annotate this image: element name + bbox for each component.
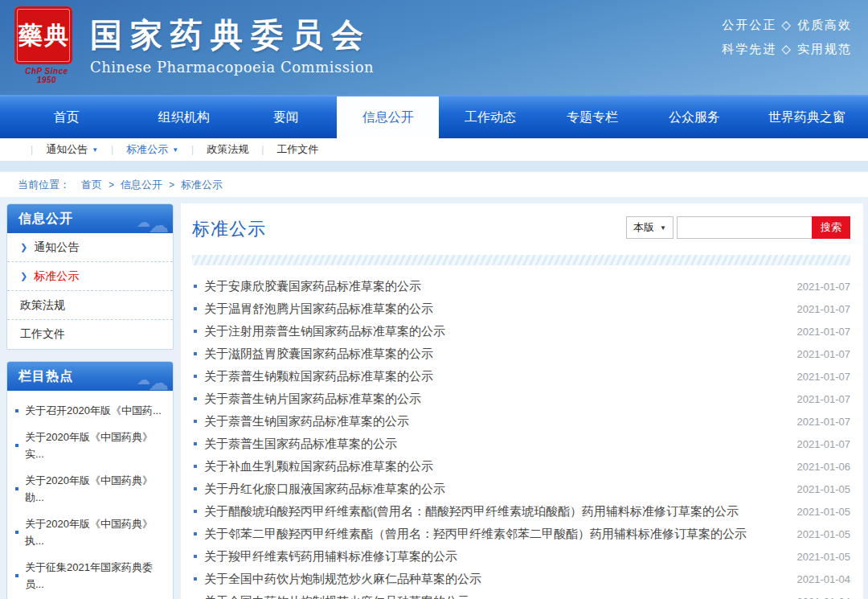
header-slogans: 公开公正 ◇ 优质高效 科学先进 ◇ 实用规范 [722,13,852,61]
subnav-separator: | [261,144,264,155]
hot-topic-item[interactable]: 关于2020年版《中国药典》实... [14,424,165,467]
hot-topic-label: 关于2020年版《中国药典》勘... [25,472,165,506]
article-link[interactable]: 关于全国中药饮片炮制规范炒火麻仁品种草案的公示 [204,572,788,587]
site-title: 国家药典委员会 [90,13,374,57]
article-link[interactable]: 关于萘普生钠片国家药品标准草案的公示 [204,392,788,407]
subnav-item[interactable]: 工作文件 [276,142,318,157]
article-date: 2021-01-05 [797,551,851,563]
sub-nav: |通知公告▼|标准公示▼|政策法规|工作文件 [0,138,868,161]
breadcrumb-items: 首页>信息公开>标准公示 [78,178,226,192]
hot-topic-item[interactable]: 关于征集2021年国家药典委员... [14,554,165,597]
info-menu-list: ❯通知公告❯标准公示政策法规工作文件 [7,233,173,349]
nav-item[interactable]: 组织机构 [133,96,235,138]
article-date: 2021-01-07 [797,371,851,383]
breadcrumb: 当前位置： 首页>信息公开>标准公示 [0,171,868,197]
content-area: 信息公开 ☁ ❯通知公告❯标准公示政策法规工作文件 栏目热点 ☁ 关于召开202… [0,197,868,599]
article-row: 关于滋阴益胃胶囊国家药品标准草案的公示2021-01-07 [192,343,850,365]
bullet-icon [194,442,197,445]
article-row: 关于补血生乳颗粒国家药品标准草案的公示2021-01-06 [192,455,850,478]
main-panel: 标准公示 本版 ▼ 搜索 关于安康欣胶囊国家药品标准草案的公示2021-01-0… [181,203,863,599]
hot-topic-label: 关于2020年版《中国药典》实... [25,429,165,462]
article-link[interactable]: 关于邻苯二甲酸羟丙甲纤维素酯（曾用名：羟丙甲纤维素邻苯二甲酸酯）药用辅料标准修订… [204,527,788,542]
nav-item[interactable]: 公众服务 [643,96,745,138]
article-link[interactable]: 关于丹红化瘀口服液国家药品标准草案的公示 [204,482,788,497]
breadcrumb-separator: > [108,179,114,191]
nav-item[interactable]: 专题专栏 [541,96,643,138]
search-category-value: 本版 [633,220,654,235]
article-link[interactable]: 关于滋阴益胃胶囊国家药品标准草案的公示 [204,347,788,362]
seal-tagline: ChP Since 1950 [14,67,79,84]
info-menu-header: 信息公开 ☁ [7,204,173,233]
article-date: 2021-01-07 [797,438,851,450]
hot-topic-label: 关于召开2020年版《中国药... [25,402,162,419]
hot-topic-label: 关于2020年版《中国药典》执... [25,515,165,549]
article-link[interactable]: 关于醋酸琥珀酸羟丙甲纤维素酯(曾用名：醋酸羟丙甲纤维素琥珀酸酯）药用辅料标准修订… [204,504,788,519]
bullet-icon [15,487,18,490]
info-menu-box: 信息公开 ☁ ❯通知公告❯标准公示政策法规工作文件 [6,203,174,350]
sidebar-menu-item[interactable]: ❯通知公告 [7,233,173,262]
subnav-item[interactable]: 政策法规 [207,142,248,157]
article-link[interactable]: 关于萘普生国家药品标准草案的公示 [204,437,788,452]
article-link[interactable]: 关于注射用萘普生钠国家药品标准草案的公示 [204,324,788,339]
bullet-icon [194,285,197,288]
breadcrumb-link[interactable]: 信息公开 [121,178,162,191]
breadcrumb-link[interactable]: 首页 [81,178,102,191]
article-row: 关于丹红化瘀口服液国家药品标准草案的公示2021-01-05 [192,478,850,500]
article-link[interactable]: 关于全国中药饮片炮制规范火麻仁品种草案的公示 [204,594,788,599]
arrow-right-icon: ❯ [20,271,27,281]
bullet-icon [194,532,197,535]
bullet-icon [15,531,18,534]
search-input[interactable] [677,216,812,239]
sidebar-menu-item[interactable]: 政策法规 [7,291,173,320]
article-date: 2021-01-07 [797,416,851,428]
subnav-separator: | [111,144,113,155]
hot-topic-item[interactable]: 关于2020年版《中国药典》勘... [14,467,165,511]
article-row: 关于萘普生钠片国家药品标准草案的公示2021-01-07 [192,388,850,410]
bullet-icon [194,420,197,423]
chevron-down-icon: ▼ [660,224,666,232]
nav-item[interactable]: 工作动态 [439,96,541,138]
search-button[interactable]: 搜索 [812,216,850,239]
bullet-icon [15,574,18,577]
hot-topic-item[interactable]: 关于2020年版《中国药典》执... [14,511,165,554]
article-link[interactable]: 关于羧甲纤维素钙药用辅料标准修订草案的公示 [204,549,788,564]
sidebar-menu-item[interactable]: 工作文件 [7,320,173,349]
bullet-icon [15,444,18,447]
sidebar-menu-item[interactable]: ❯标准公示 [7,262,173,291]
article-date: 2021-01-05 [797,506,851,518]
article-row: 关于全国中药饮片炮制规范炒火麻仁品种草案的公示2021-01-04 [192,568,850,590]
bullet-icon [194,555,197,558]
slogan-line-1: 公开公正 ◇ 优质高效 [722,13,852,37]
breadcrumb-link[interactable]: 标准公示 [181,178,223,191]
bullet-icon [194,397,197,400]
sidebar-menu-label: 标准公示 [34,269,79,284]
subnav-item[interactable]: 标准公示▼ [126,142,178,157]
nav-item[interactable]: 世界药典之窗 [746,96,868,138]
article-row: 关于萘普生钠国家药品标准草案的公示2021-01-07 [192,410,850,433]
nav-item[interactable]: 首页 [0,96,133,138]
main-nav: 首页组织机构要闻信息公开工作动态专题专栏公众服务世界药典之窗 [0,95,868,138]
nav-item[interactable]: 信息公开 [337,96,439,138]
article-row: 关于安康欣胶囊国家药品标准草案的公示2021-01-07 [192,275,850,297]
bullet-icon [194,465,197,468]
info-menu-title: 信息公开 [18,211,73,228]
hot-topic-item[interactable]: 关于召开2020年版《中国药... [14,397,165,424]
hot-topic-label: 关于征集2021年国家药典委员... [25,559,165,593]
article-link[interactable]: 关于温胃舒泡腾片国家药品标准草案的公示 [204,302,788,317]
article-row: 关于醋酸琥珀酸羟丙甲纤维素酯(曾用名：醋酸羟丙甲纤维素琥珀酸酯）药用辅料标准修订… [192,500,850,523]
article-list: 关于安康欣胶囊国家药品标准草案的公示2021-01-07关于温胃舒泡腾片国家药品… [192,275,850,599]
subnav-item[interactable]: 通知公告▼ [46,142,98,157]
article-date: 2021-01-07 [797,393,851,405]
hot-topics-box: 栏目热点 ☁ 关于召开2020年版《中国药...关于2020年版《中国药典》实.… [6,361,174,599]
article-link[interactable]: 关于萘普生钠颗粒国家药品标准草案的公示 [204,369,788,384]
site-logo[interactable]: 藥典 ChP Since 1950 [14,6,79,84]
article-link[interactable]: 关于安康欣胶囊国家药品标准草案的公示 [204,279,788,294]
search-category-select[interactable]: 本版 ▼ [626,216,674,239]
article-link[interactable]: 关于萘普生钠国家药品标准草案的公示 [204,414,788,429]
bullet-icon [194,510,197,513]
article-date: 2021-01-05 [797,483,851,495]
nav-item[interactable]: 要闻 [235,96,337,138]
article-link[interactable]: 关于补血生乳颗粒国家药品标准草案的公示 [204,459,788,474]
article-date: 2021-01-07 [797,281,851,293]
article-row: 关于全国中药饮片炮制规范火麻仁品种草案的公示2021-01-04 [192,590,850,599]
